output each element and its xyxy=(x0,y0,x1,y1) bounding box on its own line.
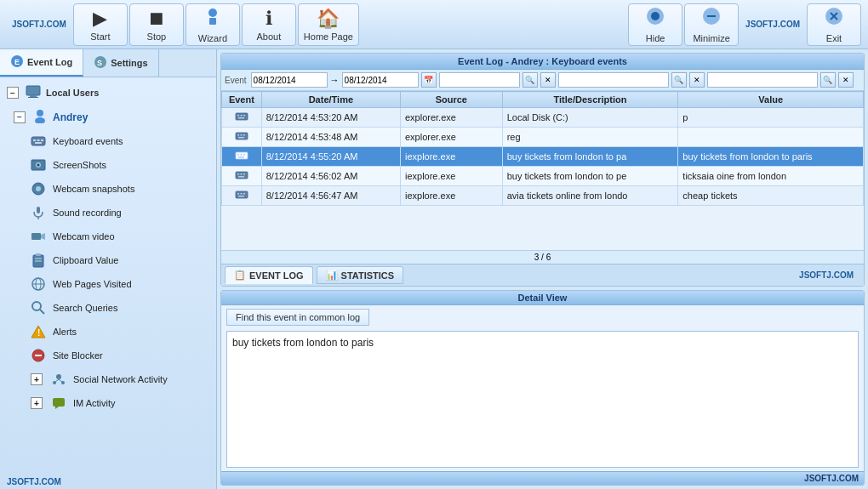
logo-right: JSOFTJ.COM xyxy=(745,20,800,29)
sidebar-item-webcam-video[interactable]: Webcam video xyxy=(0,225,216,248)
find-in-log-button[interactable]: Find this event in common log xyxy=(226,309,369,326)
svg-rect-73 xyxy=(237,193,239,195)
hide-button[interactable]: Hide xyxy=(628,3,682,46)
sidebar-item-keyboard-events[interactable]: Keyboard events xyxy=(0,129,216,153)
svg-rect-57 xyxy=(236,133,248,139)
sidebar-item-sound-recording[interactable]: Sound recording xyxy=(0,201,216,225)
value-filter-input[interactable] xyxy=(707,72,818,88)
col-header-event: Event xyxy=(222,92,262,108)
table-row[interactable]: 8/12/2014 4:53:48 AM explorer.exe reg xyxy=(222,128,864,147)
date-to-input[interactable] xyxy=(342,72,419,88)
svg-rect-19 xyxy=(33,139,36,141)
svg-line-48 xyxy=(54,379,59,383)
svg-rect-56 xyxy=(238,117,244,119)
table-row[interactable]: 8/12/2014 4:55:20 AM iexplore.exe buy ti… xyxy=(222,147,864,167)
expand-social[interactable]: + xyxy=(31,373,43,385)
svg-rect-74 xyxy=(240,193,242,195)
source-filter-btn[interactable]: 🔍 xyxy=(523,72,538,88)
alerts-icon: ! xyxy=(31,324,46,339)
col-header-source: Source xyxy=(400,92,502,108)
cell-datetime: 8/12/2014 4:55:20 AM xyxy=(261,147,400,167)
statistics-bottom-tab[interactable]: 📊 STATISTICS xyxy=(317,266,404,284)
about-button[interactable]: ℹ About xyxy=(242,3,296,46)
svg-rect-64 xyxy=(240,154,242,156)
wizard-label: Wizard xyxy=(198,33,227,43)
expand-im[interactable]: + xyxy=(31,397,43,409)
sidebar-bottom-logo: JSOFTJ.COM xyxy=(0,475,216,489)
sidebar-item-webcam-snapshots[interactable]: Webcam snapshots xyxy=(0,177,216,201)
date-separator: → xyxy=(330,75,340,85)
table-row[interactable]: 8/12/2014 4:56:47 AM iexplore.exe avia t… xyxy=(222,186,864,206)
start-button[interactable]: ▶ Start xyxy=(73,3,128,46)
title-filter-input[interactable] xyxy=(558,72,669,88)
cell-event xyxy=(222,167,262,186)
homepage-button[interactable]: 🏠 Home Page xyxy=(298,3,359,46)
cell-datetime: 8/12/2014 4:56:02 AM xyxy=(261,167,400,186)
wizard-button[interactable]: Wizard xyxy=(186,3,240,46)
exit-button[interactable]: Exit xyxy=(807,3,861,46)
cell-value: buy tickets from london to paris xyxy=(678,147,864,167)
expand-local-users[interactable]: − xyxy=(7,87,19,99)
title-filter-btn[interactable]: 🔍 xyxy=(671,72,687,88)
cell-value: ticksaia oine from london xyxy=(678,167,864,186)
title-clear-btn[interactable]: ✕ xyxy=(689,72,705,88)
cell-source: iexplore.exe xyxy=(400,147,502,167)
svg-marker-51 xyxy=(55,407,59,409)
source-clear-btn[interactable]: ✕ xyxy=(540,72,556,88)
sidebar-item-alerts[interactable]: ! Alerts xyxy=(0,320,216,344)
svg-point-17 xyxy=(35,117,45,123)
value-filter-btn[interactable]: 🔍 xyxy=(820,72,836,88)
tab-settings[interactable]: S Settings xyxy=(83,49,158,77)
svg-marker-31 xyxy=(41,233,45,240)
user-andrey[interactable]: − Andrey xyxy=(0,105,216,129)
svg-rect-21 xyxy=(41,139,43,141)
filter-row: Event → 📅 🔍 ✕ 🔍 ✕ 🔍 ✕ xyxy=(221,70,864,91)
svg-rect-60 xyxy=(243,134,245,136)
svg-rect-1 xyxy=(209,18,216,25)
source-filter-input[interactable] xyxy=(439,72,520,88)
minimize-icon xyxy=(701,6,722,31)
detail-view-title: Detail View xyxy=(221,291,864,305)
user-name: Andrey xyxy=(53,111,88,123)
date-cal-btn[interactable]: 📅 xyxy=(421,72,437,88)
event-log-bottom-tab-label: EVENT LOG xyxy=(249,270,304,281)
minimize-button[interactable]: Minimize xyxy=(684,3,739,46)
sidebar-item-social-network[interactable]: + Social Network Activity xyxy=(0,367,216,391)
event-log-bottom-tab[interactable]: 📋 EVENT LOG xyxy=(225,266,313,284)
date-from-input[interactable] xyxy=(251,72,328,88)
stop-button[interactable]: ⏹ Stop xyxy=(129,3,184,46)
webcam-video-icon xyxy=(31,229,46,244)
statistics-tab-icon: 📊 xyxy=(326,270,338,281)
expand-andrey[interactable]: − xyxy=(14,111,26,123)
social-network-label: Social Network Activity xyxy=(73,374,168,384)
event-col-header: Event xyxy=(225,76,247,85)
sidebar-item-site-blocker[interactable]: Site Blocker xyxy=(0,344,216,367)
sidebar-item-web-pages[interactable]: Web Pages Visited xyxy=(0,272,216,296)
svg-rect-59 xyxy=(240,134,242,136)
cell-title: buy tickets from london to pa xyxy=(502,147,678,167)
cell-title: avia tickets online from londo xyxy=(502,186,678,206)
cell-source: iexplore.exe xyxy=(400,186,502,206)
cell-datetime: 8/12/2014 4:53:20 AM xyxy=(261,108,400,128)
computer-icon xyxy=(26,84,41,101)
cell-source: explorer.exe xyxy=(400,108,502,128)
cell-source: iexplore.exe xyxy=(400,167,502,186)
sidebar-item-screenshots[interactable]: ScreenShots xyxy=(0,153,216,177)
tab-event-log[interactable]: E Event Log xyxy=(0,49,83,77)
cell-event xyxy=(222,186,262,206)
svg-rect-76 xyxy=(238,196,244,197)
sidebar-item-clipboard[interactable]: Clipboard Value xyxy=(0,248,216,272)
table-row[interactable]: 8/12/2014 4:53:20 AM explorer.exe Local … xyxy=(222,108,864,128)
homepage-icon: 🏠 xyxy=(317,8,340,30)
event-log-title: Event Log - Andrey : Keyboard events xyxy=(221,54,864,70)
svg-rect-14 xyxy=(30,95,37,97)
svg-line-49 xyxy=(59,379,63,383)
sidebar-item-im-activity[interactable]: + IM Activity xyxy=(0,391,216,415)
value-clear-btn[interactable]: ✕ xyxy=(838,72,854,88)
svg-rect-5 xyxy=(707,15,716,17)
webcam-video-label: Webcam video xyxy=(53,231,115,242)
table-row[interactable]: 8/12/2014 4:56:02 AM iexplore.exe buy ti… xyxy=(222,167,864,186)
svg-rect-61 xyxy=(238,137,244,139)
sidebar-item-search-queries[interactable]: Search Queries xyxy=(0,296,216,320)
page-number: 3 / 6 xyxy=(534,253,551,262)
